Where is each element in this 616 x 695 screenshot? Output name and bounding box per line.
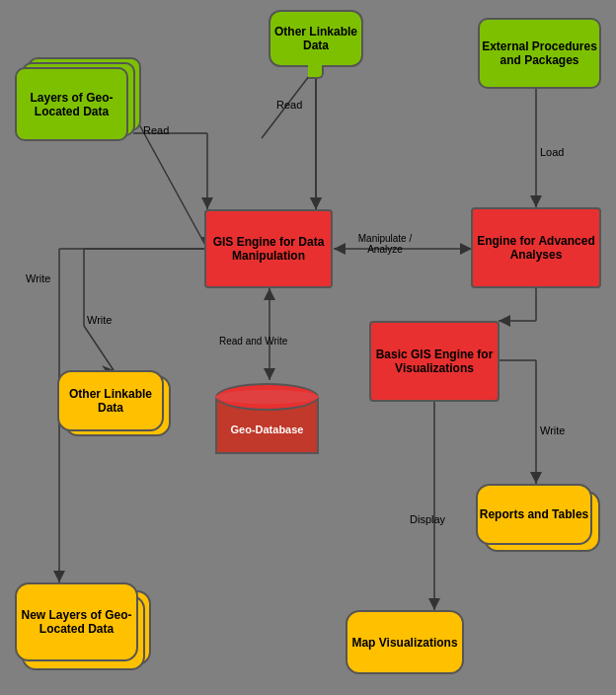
diagram: Layers of Geo-Located Data Other Linkabl… — [0, 0, 616, 695]
display-label: Display — [410, 513, 445, 525]
read1-label: Read — [143, 124, 169, 136]
read2-label: Read — [276, 99, 302, 111]
other-linkable-top-shape: Other Linkable Data — [269, 10, 363, 67]
write2-label: Write — [26, 272, 50, 284]
map-viz-shape: Map Visualizations — [346, 610, 464, 674]
reports-tables-shape: Reports and Tables — [476, 484, 592, 545]
external-procedures-shape: External Procedures and Packages — [478, 18, 601, 89]
svg-marker-10 — [310, 197, 322, 209]
svg-marker-7 — [201, 197, 213, 209]
svg-marker-3 — [310, 197, 322, 209]
svg-marker-12 — [530, 195, 542, 207]
svg-marker-32 — [53, 571, 65, 582]
svg-marker-17 — [264, 288, 275, 300]
new-layers-shape: New Layers of Geo-Located Data — [15, 582, 138, 661]
svg-marker-24 — [530, 472, 542, 484]
svg-marker-14 — [334, 243, 346, 255]
read-write-label: Read and Write — [219, 336, 287, 347]
layers-geo-shape: Layers of Geo-Located Data — [15, 67, 128, 141]
svg-marker-18 — [264, 368, 275, 380]
other-linkable-top-tail — [308, 65, 324, 79]
gis-engine-data-shape: GIS Engine for Data Manipulation — [204, 209, 333, 288]
svg-line-29 — [84, 326, 114, 370]
manipulate-label: Manipulate / Analyze — [346, 233, 424, 255]
engine-advanced-shape: Engine for Advanced Analyses — [471, 207, 601, 288]
write1-label: Write — [87, 314, 112, 326]
svg-marker-21 — [499, 315, 510, 327]
basic-gis-shape: Basic GIS Engine for Visualizations — [369, 321, 500, 402]
svg-marker-26 — [428, 598, 440, 610]
load-label: Load — [540, 146, 564, 158]
write3-label: Write — [540, 425, 565, 436]
geodatabase-shape: Geo-Database — [215, 383, 319, 454]
other-linkable-mid-shape: Other Linkable Data — [57, 370, 164, 431]
